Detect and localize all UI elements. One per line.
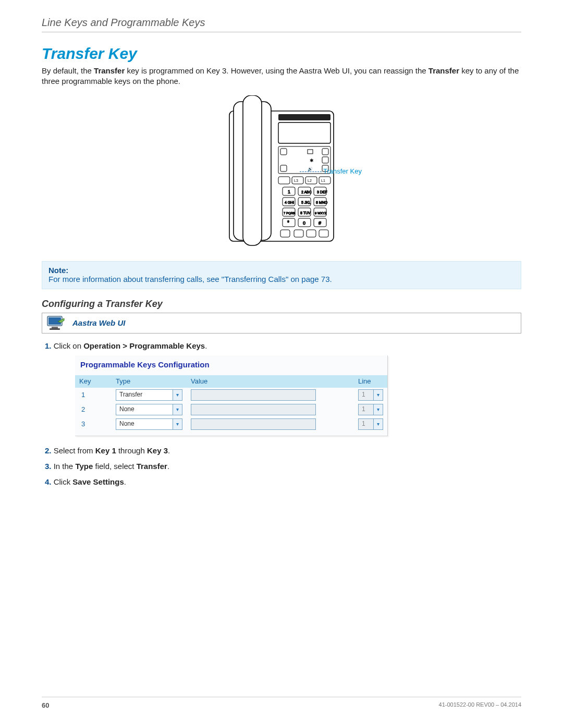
- svg-text:4 GHI: 4 GHI: [285, 201, 294, 204]
- step-text: field, select: [93, 462, 136, 471]
- chevron-down-icon: ▾: [173, 404, 182, 415]
- step-number: 4.: [45, 477, 52, 486]
- type-select-value: None: [119, 405, 134, 413]
- step-text: Click on: [52, 341, 84, 350]
- chevron-down-icon: ▾: [173, 419, 182, 429]
- table-row: 3 None ▾: [75, 417, 387, 431]
- svg-text:#: #: [319, 220, 321, 226]
- svg-text:8 TUV: 8 TUV: [300, 211, 311, 215]
- step-2: 2. Select from Key 1 through Key 3.: [45, 446, 521, 456]
- svg-rect-51: [52, 327, 58, 328]
- svg-rect-4: [278, 122, 331, 143]
- step-number: 1.: [45, 341, 52, 350]
- intro-bold-2: Transfer: [429, 66, 459, 75]
- programmable-keys-config-panel: Programmable Keys Configuration Key Type…: [75, 355, 388, 436]
- svg-text:L2: L2: [308, 179, 312, 182]
- col-header-key: Key: [75, 375, 112, 388]
- callout-leader-line: [300, 171, 322, 172]
- svg-text:6 MNO: 6 MNO: [316, 201, 328, 204]
- step-4: 4. Click Save Settings.: [45, 477, 521, 487]
- step-text: .: [168, 446, 170, 455]
- col-header-value: Value: [187, 375, 354, 388]
- monitor-icon: [46, 315, 66, 331]
- config-table: Key Type Value Line 1 Transfer ▾: [75, 375, 387, 431]
- col-header-type: Type: [112, 375, 187, 388]
- type-select-value: Transfer: [119, 390, 142, 399]
- svg-text:9 WXYZ: 9 WXYZ: [315, 212, 327, 215]
- step-text: In the: [52, 462, 76, 471]
- svg-text:1: 1: [288, 189, 290, 194]
- step-bold: Key 1: [95, 446, 116, 455]
- step-number: 3.: [45, 462, 52, 471]
- intro-paragraph: By default, the Transfer key is programm…: [42, 66, 521, 87]
- value-input-row1[interactable]: [191, 389, 316, 401]
- step-text: Click: [52, 477, 73, 486]
- step-1: 1. Click on Operation > Programmable Key…: [45, 341, 521, 436]
- svg-text:L1: L1: [321, 179, 325, 182]
- step-number: 2.: [45, 446, 52, 455]
- steps-list: 1. Click on Operation > Programmable Key…: [42, 341, 521, 488]
- note-text: For more information about transferring …: [48, 275, 515, 283]
- note-box: Note: For more information about transfe…: [42, 261, 521, 289]
- svg-text:5 JKL: 5 JKL: [301, 201, 311, 204]
- note-label: Note:: [48, 266, 515, 275]
- step-text: through: [116, 446, 147, 455]
- step-bold: Key 3: [147, 446, 168, 455]
- phone-callout-label: Transfer Key: [323, 167, 362, 175]
- svg-text:7 PQRS: 7 PQRS: [284, 212, 295, 215]
- line-select-row3[interactable]: 1 ▾: [358, 418, 383, 430]
- chevron-down-icon: ▾: [373, 419, 383, 429]
- chevron-down-icon: ▾: [373, 390, 383, 400]
- aastra-webui-bar: Aastra Web UI: [42, 313, 521, 334]
- line-select-row2[interactable]: 1 ▾: [358, 404, 383, 415]
- step-bold: Type: [75, 462, 93, 471]
- chevron-down-icon: ▾: [373, 404, 383, 415]
- intro-text: By default, the: [42, 66, 94, 75]
- line-select-row1[interactable]: 1 ▾: [358, 389, 383, 401]
- type-select-row3[interactable]: None ▾: [116, 418, 182, 430]
- step-text: .: [205, 341, 207, 350]
- subheading-configuring: Configuring a Transfer Key: [42, 299, 521, 310]
- type-select-row2[interactable]: None ▾: [116, 404, 182, 415]
- table-row: 1 Transfer ▾: [75, 388, 387, 402]
- svg-text:3 DEF: 3 DEF: [317, 190, 327, 194]
- col-header-line: Line: [354, 375, 387, 388]
- svg-text:✱: ✱: [310, 158, 314, 163]
- value-input-row3[interactable]: [191, 418, 316, 430]
- svg-rect-2: [243, 95, 262, 245]
- section-header: Line Keys and Programmable Keys: [42, 17, 521, 32]
- type-select-value: None: [119, 419, 134, 428]
- step-bold: Operation > Programmable Keys: [83, 341, 205, 350]
- note-prefix: For more information about transferring …: [48, 275, 222, 283]
- page-number: 60: [42, 701, 49, 709]
- note-suffix: .: [330, 275, 332, 283]
- step-bold: Save Settings: [72, 477, 124, 486]
- config-panel-title: Programmable Keys Configuration: [75, 359, 387, 375]
- step-text: Select from: [52, 446, 95, 455]
- step-3: 3. In the Type field, select Transfer.: [45, 461, 521, 472]
- line-value: 1: [362, 390, 365, 399]
- value-input-row2[interactable]: [191, 404, 316, 415]
- svg-text:🔊: 🔊: [308, 166, 313, 171]
- line-value: 1: [362, 419, 365, 428]
- type-select-row1[interactable]: Transfer ▾: [116, 389, 182, 401]
- intro-text: key is programmed on Key 3. However, usi…: [125, 66, 429, 75]
- cell-key: 3: [75, 417, 112, 431]
- note-link-page[interactable]: page 73: [301, 275, 329, 283]
- phone-illustration-area: ✱ 🔊 L3 L2 L1 1 2 ABC 3 DEF 4 GHI 5 JKL 6…: [42, 95, 521, 252]
- page-footer: 60 41-001522-00 REV00 – 04.2014: [42, 697, 521, 709]
- cell-key: 2: [75, 402, 112, 417]
- aastra-webui-label: Aastra Web UI: [72, 318, 125, 327]
- svg-text:0: 0: [303, 220, 305, 226]
- step-bold: Transfer: [137, 462, 167, 471]
- chevron-down-icon: ▾: [173, 390, 182, 400]
- note-link-transferring-calls[interactable]: "Transferring Calls": [222, 275, 288, 283]
- step-text: .: [167, 462, 169, 471]
- svg-rect-52: [50, 328, 60, 330]
- svg-text:*: *: [287, 220, 289, 226]
- doc-revision: 41-001522-00 REV00 – 04.2014: [439, 701, 521, 709]
- intro-bold-1: Transfer: [94, 66, 125, 75]
- svg-rect-3: [278, 114, 331, 120]
- line-value: 1: [362, 405, 365, 413]
- svg-text:L3: L3: [294, 179, 298, 182]
